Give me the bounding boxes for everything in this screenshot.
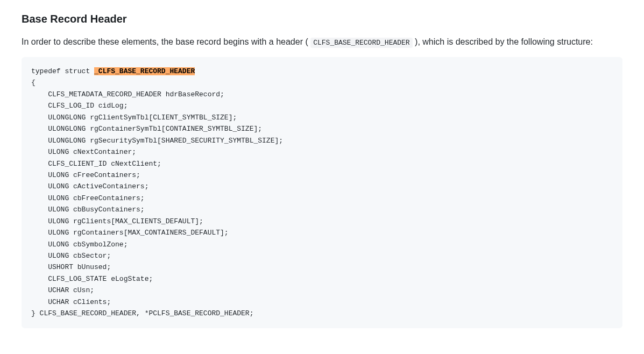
code-close-line: } CLFS_BASE_RECORD_HEADER, *PCLFS_BASE_R… bbox=[31, 309, 253, 317]
section-heading: Base Record Header bbox=[22, 11, 622, 27]
code-typedef: typedef struct bbox=[31, 67, 94, 75]
intro-after: ), which is described by the following s… bbox=[413, 37, 593, 46]
intro-paragraph: In order to describe these elements, the… bbox=[22, 36, 622, 48]
code-highlighted-name: _CLFS_BASE_RECORD_HEADER bbox=[94, 67, 195, 75]
code-members: CLFS_METADATA_RECORD_HEADER hdrBaseRecor… bbox=[31, 90, 283, 306]
inline-code: CLFS_BASE_RECORD_HEADER bbox=[310, 38, 412, 48]
code-block: typedef struct _CLFS_BASE_RECORD_HEADER … bbox=[22, 57, 622, 328]
intro-before: In order to describe these elements, the… bbox=[22, 37, 310, 46]
code-open-brace: { bbox=[31, 79, 36, 87]
